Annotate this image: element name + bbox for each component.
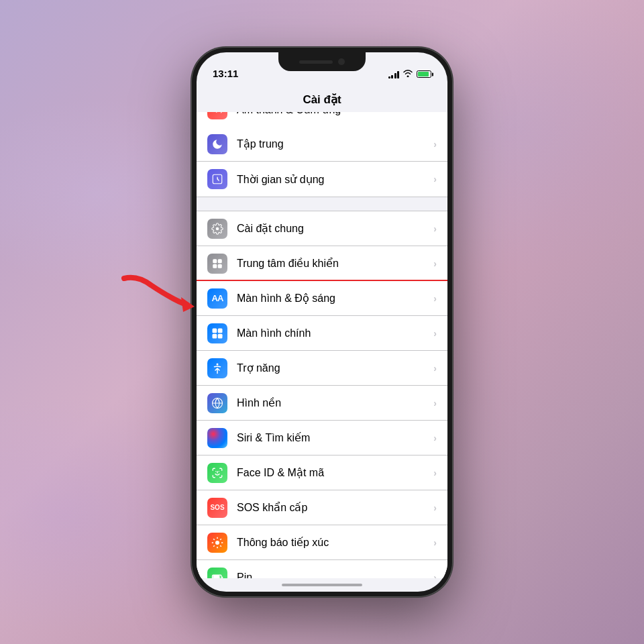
svg-rect-6 — [218, 264, 222, 268]
settings-item-accessibility[interactable]: Trợ năng › — [197, 351, 447, 386]
accessibility-icon — [207, 358, 227, 378]
settings-list[interactable]: Âm thanh & Cảm ứng › Tập trung › — [197, 106, 447, 578]
settings-item-wallpaper[interactable]: Hình nền › — [197, 386, 447, 421]
settings-item-general[interactable]: Cài đặt chung › — [197, 211, 447, 246]
settings-item-screentime[interactable]: Thời gian sử dụng › — [197, 162, 447, 197]
focus-chevron: › — [433, 139, 437, 150]
svg-point-2 — [216, 227, 219, 230]
general-chevron: › — [433, 223, 437, 234]
settings-group-1: Âm thanh & Cảm ứng › Tập trung › — [197, 106, 447, 197]
general-label: Cài đặt chung — [237, 222, 433, 235]
svg-point-11 — [217, 363, 219, 365]
settings-item-controlcenter[interactable]: Trung tâm điều khiển › — [197, 246, 447, 281]
faceid-icon — [207, 463, 227, 483]
wallpaper-icon — [207, 393, 227, 413]
screentime-icon — [207, 169, 227, 189]
red-arrow — [117, 272, 205, 325]
settings-item-focus[interactable]: Tập trung › — [197, 127, 447, 162]
svg-marker-0 — [181, 297, 195, 312]
exposure-icon — [207, 533, 227, 553]
siri-label: Siri & Tìm kiếm — [237, 431, 433, 444]
faceid-label: Face ID & Mật mã — [237, 466, 433, 479]
settings-item-faceid[interactable]: Face ID & Mật mã › — [197, 455, 447, 490]
settings-item-homescreen[interactable]: Màn hình chính › — [197, 316, 447, 351]
homescreen-label: Màn hình chính — [237, 327, 433, 339]
battery-label: Pin — [237, 572, 433, 579]
settings-item-sos[interactable]: SOS SOS khẩn cấp › — [197, 490, 447, 525]
sos-label: SOS khẩn cấp — [237, 501, 433, 514]
wallpaper-label: Hình nền — [237, 396, 433, 409]
display-label: Màn hình & Độ sáng — [237, 292, 433, 305]
exposure-chevron: › — [433, 537, 437, 548]
sos-chevron: › — [433, 502, 437, 513]
wifi-icon — [402, 69, 413, 79]
accessibility-chevron: › — [433, 363, 437, 374]
controlcenter-label: Trung tâm điều khiển — [237, 257, 433, 270]
svg-rect-8 — [218, 328, 223, 333]
svg-rect-7 — [213, 328, 217, 333]
svg-rect-17 — [213, 576, 219, 578]
focus-label: Tập trung — [237, 138, 433, 150]
signal-icon — [388, 70, 400, 78]
svg-rect-10 — [218, 333, 223, 338]
camera — [338, 58, 345, 65]
controlcenter-chevron: › — [433, 258, 437, 269]
phone-screen: 13:11 — [197, 52, 447, 592]
home-indicator — [282, 584, 362, 586]
exposure-label: Thông báo tiếp xúc — [237, 536, 433, 549]
battery-icon — [417, 70, 431, 78]
controlcenter-icon — [207, 254, 227, 274]
settings-item-battery[interactable]: Pin › — [197, 560, 447, 578]
phone-container: 13:11 — [191, 47, 453, 597]
homescreen-icon — [207, 323, 227, 343]
svg-rect-4 — [218, 259, 222, 263]
general-icon — [207, 219, 227, 239]
svg-rect-9 — [213, 333, 217, 338]
settings-item-display[interactable]: AA Màn hình & Độ sáng › — [197, 281, 447, 316]
wallpaper-chevron: › — [433, 398, 437, 409]
status-time: 13:11 — [213, 68, 238, 79]
settings-group-2: Cài đặt chung › Trung tâm điề — [197, 211, 447, 578]
accessibility-label: Trợ năng — [237, 362, 433, 374]
svg-point-15 — [215, 541, 219, 545]
notch — [278, 52, 366, 71]
svg-rect-5 — [213, 264, 217, 268]
sos-icon: SOS — [207, 498, 227, 518]
siri-chevron: › — [433, 433, 437, 443]
homescreen-chevron: › — [433, 328, 437, 339]
screentime-chevron: › — [433, 174, 437, 184]
faceid-chevron: › — [433, 468, 437, 478]
svg-rect-3 — [213, 259, 217, 263]
settings-item-exposure[interactable]: Thông báo tiếp xúc › — [197, 525, 447, 560]
battery-item-icon — [207, 568, 227, 579]
battery-chevron: › — [433, 572, 437, 579]
status-icons — [388, 69, 432, 79]
screentime-label: Thời gian sử dụng — [237, 173, 433, 186]
settings-item-siri[interactable]: Siri & Tìm kiếm › — [197, 421, 447, 455]
display-chevron: › — [433, 293, 437, 304]
siri-icon — [207, 428, 227, 448]
focus-icon — [207, 134, 227, 154]
page-title: Cài đặt — [197, 87, 447, 112]
display-icon: AA — [207, 288, 227, 309]
speaker — [299, 60, 333, 64]
phone-body: 13:11 — [191, 47, 453, 597]
